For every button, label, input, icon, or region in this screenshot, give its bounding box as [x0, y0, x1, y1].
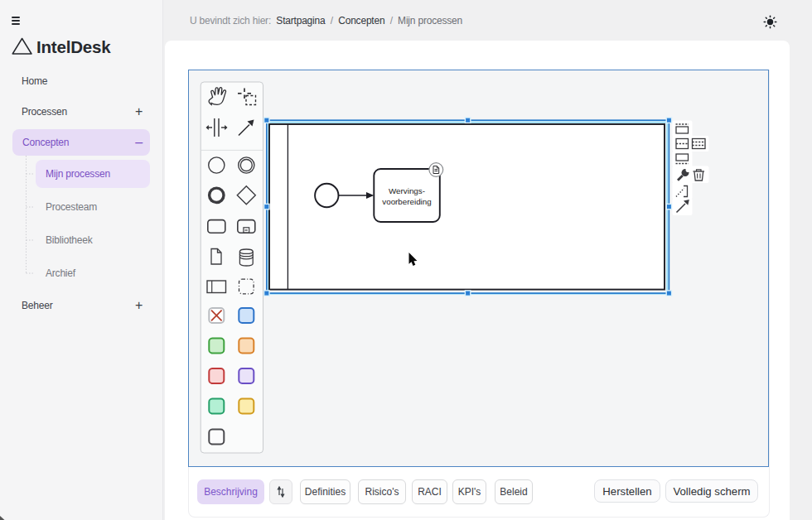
svg-text:voorbereiding: voorbereiding	[382, 197, 431, 206]
svg-text:Wervings-: Wervings-	[389, 186, 425, 195]
